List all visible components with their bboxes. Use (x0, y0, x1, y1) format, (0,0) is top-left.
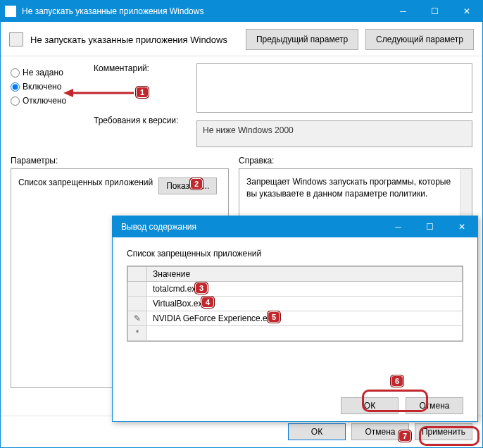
window-title: Не запускать указанные приложения Window… (22, 6, 387, 16)
modal-ok-button[interactable]: ОК (341, 397, 399, 414)
edit-row-icon[interactable]: ✎ (128, 311, 147, 326)
main-ok-button[interactable]: ОК (288, 423, 346, 440)
comment-input[interactable] (196, 63, 472, 113)
maximize-button[interactable]: ☐ (419, 1, 451, 22)
radio-enabled-input[interactable] (11, 82, 20, 92)
radio-not-configured-label: Не задано (23, 68, 63, 77)
grid-cell[interactable]: totalcmd.exe (147, 282, 463, 297)
comment-label: Комментарий: (94, 63, 185, 73)
show-contents-dialog: Вывод содержания ─ ☐ ✕ Список запрещенны… (112, 216, 478, 422)
show-button[interactable]: Показать... (158, 178, 217, 194)
previous-setting-button[interactable]: Предыдущий параметр (246, 29, 358, 50)
radio-disabled-label: Отключено (23, 96, 66, 106)
modal-close-button[interactable]: ✕ (446, 216, 477, 237)
modal-label: Список запрещенных приложений (127, 249, 463, 259)
grid-body: totalcmd.exe VirtualBox.exe ✎NVIDIA GeFo… (128, 282, 463, 341)
grid-cell-editing[interactable]: NVIDIA GeForce Experience.exe (147, 311, 463, 326)
grid-cell[interactable]: VirtualBox.exe (147, 297, 463, 311)
radio-disabled-input[interactable] (11, 97, 20, 106)
modal-titlebar[interactable]: Вывод содержания ─ ☐ ✕ (113, 216, 477, 237)
table-row: totalcmd.exe (128, 282, 463, 297)
radio-enabled-label: Включено (23, 82, 61, 92)
radio-not-configured[interactable]: Не задано (11, 68, 81, 77)
new-row-icon[interactable]: * (128, 326, 147, 341)
help-text: Запрещает Windows запускать программы, к… (246, 177, 451, 199)
header-row: Не запускать указанные приложения Window… (1, 22, 482, 56)
grid-cell-empty[interactable] (147, 326, 463, 341)
policy-heading: Не запускать указанные приложения Window… (30, 35, 239, 45)
main-cancel-button[interactable]: Отмена (351, 423, 409, 440)
close-button[interactable]: ✕ (451, 1, 482, 22)
state-radio-group: Не задано Включено Отключено (11, 63, 81, 147)
params-label: Параметры: (11, 156, 229, 166)
table-row-new: * (128, 326, 463, 341)
radio-enabled[interactable]: Включено (11, 82, 81, 92)
grid-corner (128, 267, 147, 282)
next-setting-button[interactable]: Следующий параметр (365, 29, 474, 50)
apps-grid[interactable]: Значение totalcmd.exe VirtualBox.exe ✎NV… (127, 266, 463, 342)
radio-not-configured-input[interactable] (11, 68, 20, 77)
main-titlebar[interactable]: ▦ Не запускать указанные приложения Wind… (1, 1, 482, 22)
requirements-label: Требования к версии: (94, 116, 185, 125)
requirements-value: Не ниже Windows 2000 (196, 120, 472, 147)
table-row: VirtualBox.exe (128, 297, 463, 311)
modal-cancel-button[interactable]: Отмена (406, 397, 463, 414)
main-apply-button[interactable]: Применить (415, 423, 472, 440)
policy-icon (9, 32, 23, 46)
params-text: Список запрещенных приложений (18, 178, 153, 187)
minimize-button[interactable]: ─ (387, 1, 419, 22)
app-icon: ▦ (5, 6, 16, 17)
table-row: ✎NVIDIA GeForce Experience.exe (128, 311, 463, 326)
radio-disabled[interactable]: Отключено (11, 96, 81, 106)
help-label: Справка: (239, 156, 472, 166)
modal-maximize-button[interactable]: ☐ (414, 216, 446, 237)
modal-title: Вывод содержания (117, 222, 382, 232)
modal-minimize-button[interactable]: ─ (382, 216, 414, 237)
grid-col-header[interactable]: Значение (147, 267, 463, 282)
